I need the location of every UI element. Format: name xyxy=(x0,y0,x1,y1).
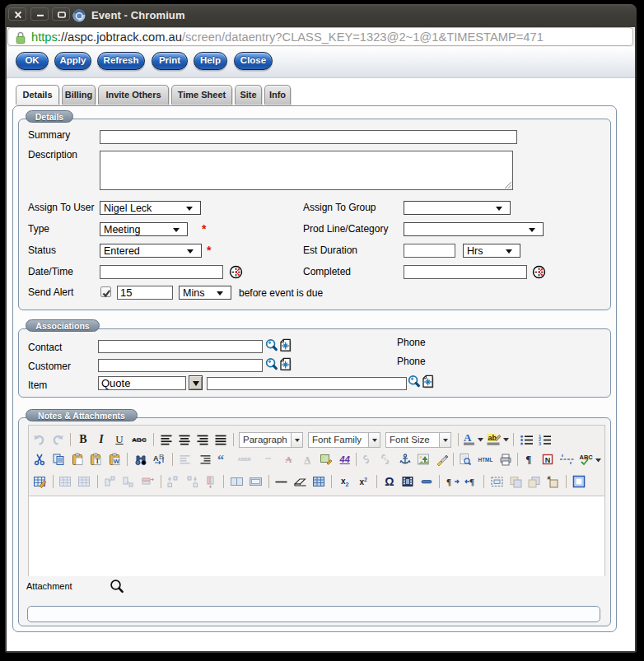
svg-text:A: A xyxy=(464,432,472,444)
svg-text:W: W xyxy=(114,458,120,465)
svg-text:N: N xyxy=(544,456,550,464)
svg-text:ABC: ABC xyxy=(579,454,593,461)
svg-text:¶: ¶ xyxy=(469,477,474,486)
svg-text:¶: ¶ xyxy=(446,477,451,486)
svg-text:B: B xyxy=(159,453,165,461)
svg-text:A: A xyxy=(153,454,159,463)
svg-text:3: 3 xyxy=(539,441,541,446)
svg-text:T: T xyxy=(96,458,100,465)
svg-text:“: “ xyxy=(217,453,224,466)
svg-text:ab: ab xyxy=(488,434,497,442)
